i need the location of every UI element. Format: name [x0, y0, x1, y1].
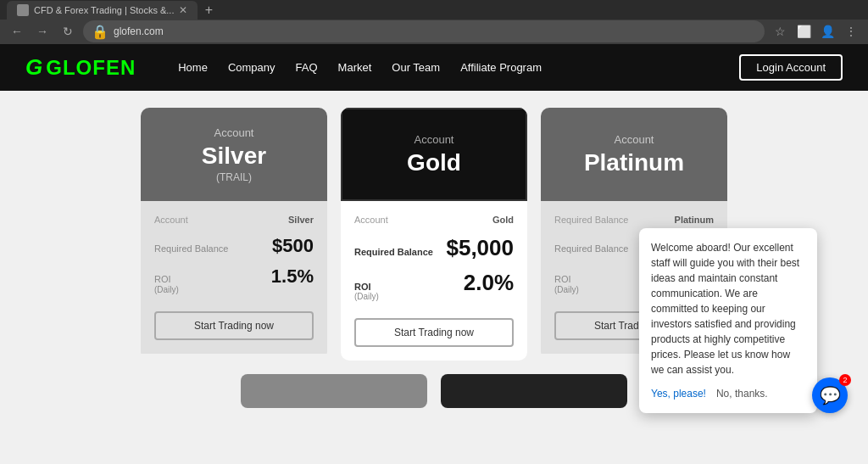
gold-type-value: Gold — [492, 215, 514, 225]
platinum-req-balance-label: Required Balance — [554, 243, 628, 254]
silver-card-body: Account Silver Required Balance $500 ROI… — [141, 201, 327, 354]
gold-roi-row: ROI (Daily) 2.0% — [354, 270, 514, 301]
silver-roi-row: ROI (Daily) 1.5% — [154, 266, 314, 294]
silver-card-header: Account Silver (TRAIL) — [141, 108, 327, 201]
bottom-card-2 — [441, 374, 627, 408]
platinum-card-header: Account Platinum — [541, 108, 727, 201]
silver-type-value: Silver — [288, 215, 314, 225]
chat-message: Welcome aboard! Our excellent staff will… — [651, 240, 805, 377]
extensions-icon[interactable]: ⬜ — [793, 21, 814, 42]
gold-roi-label-group: ROI (Daily) — [354, 282, 379, 301]
gold-roi-sub: (Daily) — [354, 292, 379, 301]
platinum-account-label: Account — [615, 133, 654, 146]
lock-icon: 🔒 — [92, 24, 108, 40]
nav-market[interactable]: Market — [338, 61, 372, 74]
tab-close-icon[interactable]: ✕ — [179, 4, 187, 16]
bookmark-icon[interactable]: ☆ — [770, 21, 790, 42]
site-nav: G GLOFEN Home Company FAQ Market Our Tea… — [0, 44, 868, 91]
nav-home[interactable]: Home — [178, 61, 208, 74]
gold-roi-label: ROI — [354, 282, 379, 292]
address-bar[interactable]: 🔒 glofen.com — [83, 20, 765, 42]
gold-balance-value: $5,000 — [446, 235, 514, 261]
toolbar-icons: ☆ ⬜ 👤 ⋮ — [770, 21, 861, 42]
tab-favicon — [17, 4, 29, 16]
platinum-account-name: Platinum — [584, 149, 684, 176]
silver-roi-label-group: ROI (Daily) — [154, 273, 179, 294]
profile-icon[interactable]: 👤 — [817, 21, 837, 42]
silver-card: Account Silver (TRAIL) Account Silver Re… — [141, 108, 327, 361]
silver-account-label: Account — [214, 126, 254, 139]
gold-account-name: Gold — [407, 149, 461, 176]
platinum-balance-label: Required Balance — [554, 215, 628, 225]
browser-tabs: CFD & Forex Trading | Stocks &... ✕ + — [0, 0, 868, 20]
silver-balance-label: Required Balance — [154, 243, 228, 254]
nav-faq[interactable]: FAQ — [296, 61, 318, 74]
active-tab[interactable]: CFD & Forex Trading | Stocks &... ✕ — [7, 1, 198, 20]
silver-roi-value: 1.5% — [271, 266, 314, 288]
gold-type-label: Account — [354, 215, 388, 225]
chat-actions: Yes, please! No, thanks. — [651, 386, 805, 401]
bottom-card-1 — [241, 374, 427, 408]
url-display: glofen.com — [114, 25, 164, 37]
browser-toolbar: ← → ↻ 🔒 glofen.com ☆ ⬜ 👤 ⋮ — [0, 20, 868, 44]
gold-card: Account Gold Account Gold Required Balan… — [341, 108, 527, 361]
silver-roi-sub: (Daily) — [154, 285, 179, 294]
silver-account-name: Silver — [202, 143, 266, 170]
gold-type-row: Account Gold — [354, 215, 514, 225]
forward-button[interactable]: → — [32, 21, 53, 42]
platinum-roi-label: ROI — [554, 273, 579, 285]
nav-company[interactable]: Company — [228, 61, 275, 74]
gold-account-label: Account — [415, 133, 454, 146]
nav-our-team[interactable]: Our Team — [392, 61, 440, 74]
tab-title: CFD & Forex Trading | Stocks &... — [34, 5, 174, 15]
back-button[interactable]: ← — [7, 21, 27, 42]
chat-no-button[interactable]: No, thanks. — [716, 386, 768, 401]
silver-balance-value: $500 — [272, 235, 314, 257]
gold-card-header: Account Gold — [341, 108, 527, 201]
chat-fab-button[interactable]: 💬 2 — [812, 377, 848, 413]
gold-balance-label: Required Balance — [354, 247, 433, 257]
gold-roi-value: 2.0% — [464, 270, 514, 296]
login-button[interactable]: Login Account — [739, 54, 843, 81]
silver-roi-label: ROI — [154, 273, 179, 285]
chat-popup: Welcome aboard! Our excellent staff will… — [639, 228, 817, 413]
silver-type-row: Account Silver — [154, 215, 314, 225]
gold-start-btn[interactable]: Start Trading now — [354, 318, 514, 347]
new-tab-button[interactable]: + — [198, 1, 220, 20]
platinum-type-row: Required Balance Platinum — [554, 215, 714, 225]
logo: G GLOFEN — [25, 54, 136, 81]
logo-text: GLOFEN — [46, 56, 136, 80]
gold-balance-row: Required Balance $5,000 — [354, 235, 514, 261]
nav-links: Home Company FAQ Market Our Team Affilia… — [178, 54, 843, 81]
silver-account-sub: (TRAIL) — [216, 171, 252, 183]
refresh-button[interactable]: ↻ — [58, 21, 78, 42]
nav-affiliate[interactable]: Affiliate Program — [460, 61, 542, 74]
silver-start-btn[interactable]: Start Trading now — [154, 311, 314, 340]
platinum-roi-sub: (Daily) — [554, 285, 579, 294]
logo-g-icon: G — [25, 54, 42, 81]
menu-icon[interactable]: ⋮ — [841, 21, 861, 42]
platinum-type-value: Platinum — [675, 215, 714, 225]
chat-yes-button[interactable]: Yes, please! — [651, 386, 706, 401]
gold-card-body: Account Gold Required Balance $5,000 ROI… — [341, 201, 527, 361]
browser-chrome: CFD & Forex Trading | Stocks &... ✕ + ← … — [0, 0, 868, 44]
chat-badge: 2 — [839, 374, 851, 386]
silver-type-label: Account — [154, 215, 188, 225]
silver-balance-row: Required Balance $500 — [154, 235, 314, 257]
platinum-roi-label-group: ROI (Daily) — [554, 273, 579, 294]
